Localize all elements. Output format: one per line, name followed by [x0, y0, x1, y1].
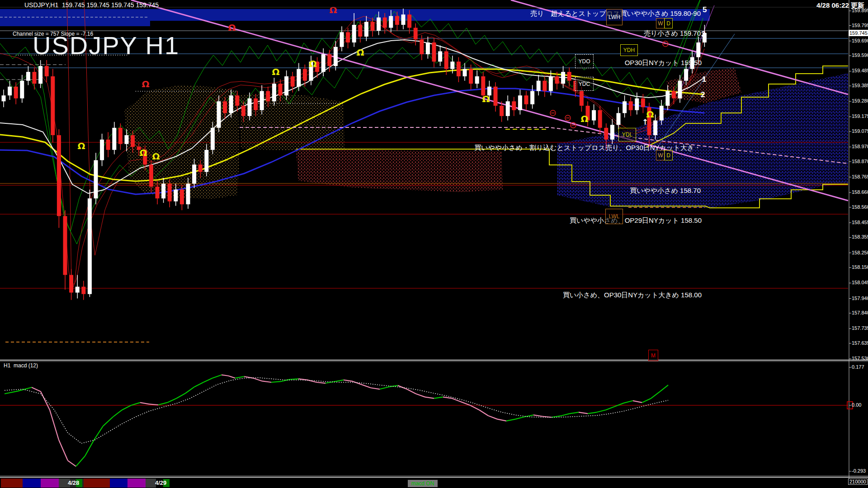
price-axis-label: 158.765: [852, 174, 868, 179]
level-tag-lwl: LWL: [605, 209, 623, 224]
macd-main-line: [228, 376, 235, 378]
candle-bear: [598, 110, 602, 128]
candle-bear: [371, 22, 375, 31]
candle-bull: [389, 16, 393, 28]
timeline-date-label: 4/28: [68, 479, 79, 486]
candle-bull: [211, 128, 215, 150]
macd-main-line: [651, 391, 660, 398]
macd-toggle-button[interactable]: macd ON: [408, 480, 438, 487]
price-axis-label: 158.560: [852, 204, 868, 210]
candle-bear: [131, 135, 135, 147]
candle-bull: [204, 150, 208, 172]
candle-bull: [352, 25, 356, 42]
macd-main-line: [633, 401, 642, 403]
macd-main-line: [235, 376, 244, 378]
resistance-zone-band: [0, 21, 150, 26]
candle-bear: [457, 61, 461, 76]
omega-signal-icon: Ω: [228, 22, 236, 33]
candle-bull: [592, 110, 596, 121]
omega-signal-icon: Ω: [329, 5, 337, 15]
omega-signal-icon: Ω: [356, 47, 364, 58]
candle-bear: [580, 91, 584, 106]
candle-bear: [327, 54, 331, 66]
candle-bear: [106, 140, 110, 150]
candle-bull: [463, 69, 467, 76]
candle-bull: [377, 18, 381, 31]
price-axis-label: 159.075: [852, 128, 868, 134]
omega-signal-icon: Ω: [482, 94, 490, 104]
macd-main-line: [5, 391, 18, 394]
candle-bull: [665, 91, 670, 106]
candle-bear: [81, 287, 85, 294]
candle-bull: [8, 87, 12, 96]
macd-main-line: [158, 403, 167, 405]
candle-bull: [561, 72, 565, 84]
macd-main-line: [461, 402, 470, 405]
candle-bear: [241, 106, 245, 116]
candle-bear: [420, 39, 424, 54]
timeline-segment: [1, 479, 23, 488]
macd-main-line: [103, 417, 113, 426]
macd-main-line: [289, 379, 298, 380]
candle-bear: [223, 101, 227, 113]
candle-bear: [235, 95, 239, 106]
candle-bull: [186, 184, 190, 205]
macd-axis-label: 0.00: [852, 402, 861, 408]
price-level-annotation: 買いやや小さめ、OP29日NYカット 158.50: [570, 216, 702, 225]
candle-bull: [125, 135, 129, 144]
omega-signal-icon: Ω: [580, 113, 588, 124]
price-axis-label: 158.355: [852, 234, 868, 239]
candle-bear: [33, 72, 37, 84]
candle-bull: [506, 101, 510, 116]
macd-main-line: [515, 417, 524, 419]
candle-bull: [260, 91, 264, 110]
candle-bear: [383, 18, 387, 28]
candle-bear: [118, 128, 123, 144]
candle-bear: [266, 91, 270, 101]
price-axis-label: 159.590: [852, 52, 868, 58]
candle-bull: [364, 22, 368, 37]
macd-main-line: [203, 378, 212, 382]
macd-main-line: [570, 412, 579, 413]
macd-main-line: [380, 387, 389, 389]
price-axis-label: 157.840: [852, 310, 868, 315]
candle-bull: [530, 91, 534, 104]
candle-bear: [604, 128, 608, 140]
price-axis-label: 158.045: [852, 280, 868, 285]
update-timestamp: 4/28 06:22 更新: [816, 1, 864, 10]
price-level-annotation: 買い小さめ、OP30日NYカット大きめ 158.00: [563, 291, 702, 300]
macd-main-line: [113, 410, 122, 417]
candle-bear: [395, 16, 399, 25]
omega-signal-icon: Ω: [309, 58, 316, 69]
candle-bull: [284, 76, 288, 95]
macd-main-line: [68, 460, 76, 466]
price-axis-label: 158.455: [852, 220, 868, 225]
macd-main-line: [588, 412, 597, 413]
macd-main-line: [18, 387, 32, 391]
candle-bull: [653, 121, 657, 136]
level-tag-d: D: [664, 18, 673, 28]
macd-main-line: [131, 403, 140, 405]
macd-main-line: [194, 382, 203, 387]
candle-bear: [500, 106, 504, 116]
candle-bull: [192, 164, 196, 183]
macd-main-line: [416, 394, 425, 397]
candle-bull: [617, 113, 621, 125]
candle-bull: [549, 76, 553, 91]
candle-bear: [254, 99, 258, 110]
level-tag-ydl: YDL: [618, 128, 636, 141]
candle-bear: [512, 101, 516, 110]
candle-bear: [358, 25, 362, 37]
candle-bull: [537, 81, 541, 91]
candle-bull: [678, 81, 682, 99]
macd-main-line: [407, 389, 416, 394]
macd-main-line: [41, 391, 50, 410]
chart-canvas[interactable]: ΩΩΩΩΩΩΩΩΩΩΩΩ↑: [0, 0, 868, 488]
macd-main-line: [344, 380, 353, 381]
candle-bull: [321, 54, 326, 72]
candle-bear: [45, 66, 49, 76]
macd-main-line: [497, 419, 506, 421]
candle-bull: [334, 47, 338, 66]
macd-main-line: [606, 407, 615, 410]
macd-main-line: [59, 440, 68, 461]
